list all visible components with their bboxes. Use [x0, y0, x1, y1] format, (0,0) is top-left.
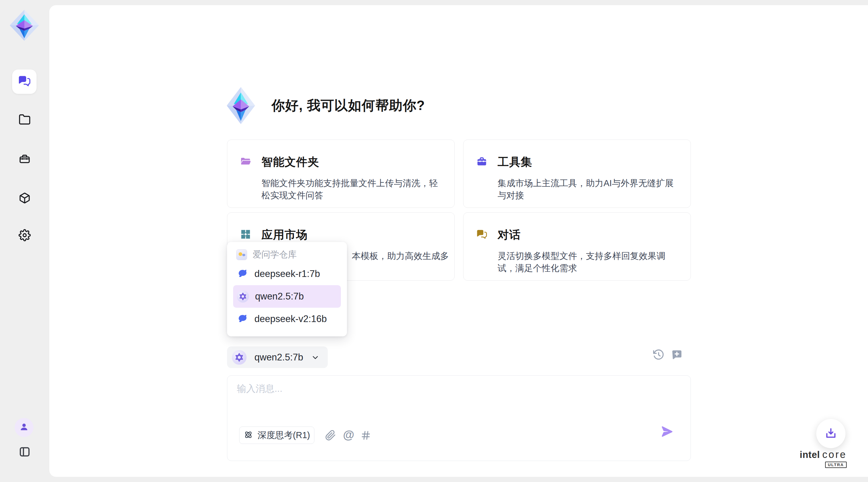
message-input[interactable] — [237, 382, 681, 419]
chat-bubbles-icon — [18, 75, 31, 88]
card-title: 应用市场 — [261, 227, 308, 243]
deepseek-whale-icon — [237, 312, 248, 326]
sidebar-item-settings[interactable] — [18, 229, 32, 243]
qwen-icon — [237, 290, 249, 303]
card-conversation[interactable]: 对话 灵活切换多模型文件，支持多样回复效果调试，满足个性化需求 — [463, 212, 691, 281]
toolbox-icon — [19, 153, 31, 166]
sidebar-item-models[interactable] — [18, 192, 32, 206]
sidebar-item-toolset[interactable] — [18, 153, 32, 167]
model-option-label: deepseek-v2:16b — [254, 313, 327, 324]
card-title: 对话 — [498, 227, 521, 243]
intel-wordmark: intel — [800, 449, 820, 460]
new-chat-button[interactable] — [671, 349, 683, 361]
chat-bubbles-gold-icon — [476, 229, 487, 241]
hash-icon[interactable] — [360, 430, 371, 441]
model-option-deepseek-v2[interactable]: deepseek-v2:16b — [233, 308, 341, 330]
greeting-title: 你好, 我可以如何帮助你? — [272, 96, 425, 115]
cube-icon — [19, 192, 31, 205]
main-panel: 你好, 我可以如何帮助你? 智能文件夹 智能文件夹功能支持批量文件上传与清洗，轻… — [49, 5, 868, 477]
send-plane-icon — [661, 434, 674, 439]
history-icon — [653, 358, 665, 362]
model-dropdown: 爱问学仓库 deepseek-r1:7b qwen2.5:7b — [227, 242, 347, 336]
at-sign-icon[interactable]: @ — [343, 429, 354, 440]
gear-icon — [19, 229, 31, 243]
deep-think-toggle[interactable]: 深度思考(R1) — [239, 427, 314, 444]
deep-think-label: 深度思考(R1) — [257, 429, 310, 442]
card-description: 集成市场上主流工具，助力AI与外界无缝扩展与对接 — [498, 177, 678, 201]
card-title: 工具集 — [498, 154, 532, 170]
app-logo-large — [226, 86, 256, 125]
card-title: 智能文件夹 — [261, 154, 319, 170]
repository-icon — [236, 249, 247, 260]
composer: 深度思考(R1) @ — [227, 375, 691, 461]
deepseek-whale-icon — [237, 267, 248, 281]
core-wordmark: core — [823, 449, 847, 460]
paperclip-icon[interactable] — [325, 430, 336, 441]
history-button[interactable] — [653, 349, 665, 361]
model-group: 爱问学仓库 — [233, 247, 341, 263]
sidebar-collapse-button[interactable] — [18, 446, 32, 459]
card-toolset[interactable]: 工具集 集成市场上主流工具，助力AI与外界无缝扩展与对接 — [463, 140, 691, 208]
model-selector-value: qwen2.5:7b — [254, 352, 303, 363]
new-chat-icon — [671, 358, 683, 362]
model-option-label: qwen2.5:7b — [255, 291, 304, 302]
qwen-icon — [232, 350, 247, 365]
download-icon — [824, 427, 838, 441]
card-smart-folder[interactable]: 智能文件夹 智能文件夹功能支持批量文件上传与清洗，轻松实现文件问答 — [227, 140, 455, 208]
sidebar-item-folders[interactable] — [18, 113, 32, 127]
send-button[interactable] — [661, 424, 674, 438]
model-option-label: deepseek-r1:7b — [254, 268, 320, 279]
chevron-down-icon — [311, 353, 319, 362]
atom-icon — [244, 430, 253, 441]
sidebar — [0, 0, 49, 482]
app-grid-icon — [240, 229, 251, 241]
download-fab[interactable] — [816, 419, 845, 448]
app-logo — [9, 9, 39, 41]
user-avatar-icon — [19, 421, 30, 433]
ultra-badge: ULTRA — [825, 461, 847, 468]
model-selector-button[interactable]: qwen2.5:7b — [227, 346, 328, 368]
folder-open-icon — [240, 156, 251, 168]
card-description: 灵活切换多模型文件，支持多样回复效果调试，满足个性化需求 — [498, 250, 678, 274]
model-option-deepseek-r1[interactable]: deepseek-r1:7b — [233, 263, 341, 285]
intel-core-logo: intel core ULTRA — [792, 449, 847, 468]
panel-toggle-icon — [19, 446, 31, 459]
model-group-label: 爱问学仓库 — [253, 249, 297, 261]
card-description-partial: 本模板，助力高效生成多 — [352, 250, 442, 262]
card-description: 智能文件夹功能支持批量文件上传与清洗，轻松实现文件问答 — [261, 177, 442, 201]
folder-icon — [19, 113, 31, 127]
model-option-qwen[interactable]: qwen2.5:7b — [233, 285, 341, 308]
toolbox-filled-icon — [476, 156, 487, 168]
user-avatar[interactable] — [14, 418, 33, 437]
hero: 你好, 我可以如何帮助你? — [226, 86, 425, 125]
sidebar-item-chat[interactable] — [12, 69, 36, 94]
